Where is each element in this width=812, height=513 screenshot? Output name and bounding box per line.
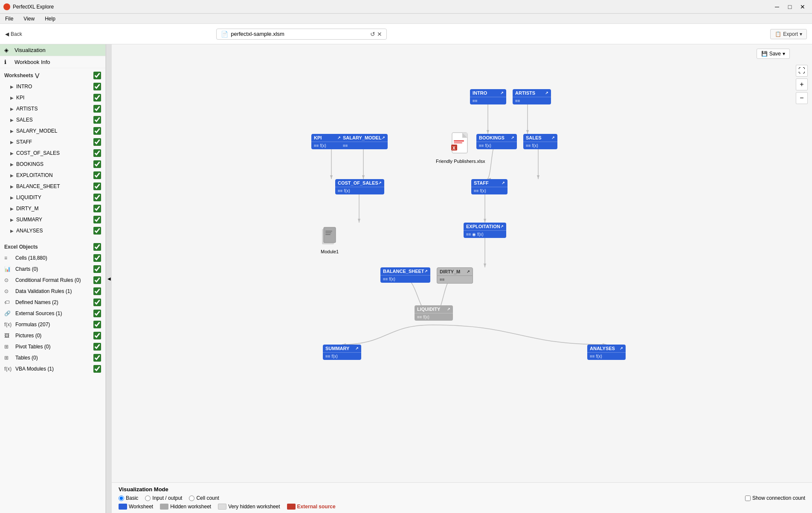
sidebar-collapse-handle[interactable]: ◀: [106, 44, 112, 513]
zoom-in-button[interactable]: +: [796, 78, 808, 90]
sidebar-item-balance_sheet[interactable]: ▶ BALANCE_SHEET: [0, 181, 105, 192]
node-balance-sheet-body: ≡≡ f(x): [380, 275, 430, 283]
svg-rect-14: [325, 232, 331, 233]
node-sales[interactable]: SALES ↗ ≡≡ f(x): [523, 134, 557, 149]
menu-file[interactable]: File: [3, 15, 15, 23]
fullscreen-button[interactable]: ⛶: [796, 65, 808, 77]
sidebar-item-salary_model[interactable]: ▶ SALARY_MODEL: [0, 125, 105, 136]
sidebar-item-kpi[interactable]: ▶ KPI: [0, 92, 105, 103]
obj-checkbox-conditional-format[interactable]: [93, 276, 101, 284]
obj-checkbox-formulas[interactable]: [93, 321, 101, 328]
sidebar-item-tables[interactable]: ⊞ Tables (0): [0, 352, 105, 363]
node-intro[interactable]: INTRO ↗ ≡≡: [470, 89, 506, 104]
sidebar-item-liquidity[interactable]: ▶ LIQUIDITY: [0, 192, 105, 203]
sidebar-item-charts[interactable]: 📊 Charts (0): [0, 264, 105, 275]
obj-checkbox-data-validation[interactable]: [93, 287, 101, 295]
obj-checkbox-tables[interactable]: [93, 354, 101, 362]
obj-checkbox-vba-modules[interactable]: [93, 365, 101, 373]
node-bookings[interactable]: BOOKINGS ↗ ≡≡ f(x): [476, 134, 517, 149]
zoom-out-button[interactable]: −: [796, 92, 808, 104]
menu-help[interactable]: Help: [43, 15, 57, 23]
sidebar-item-vba-modules[interactable]: f(x) VBA Modules (1): [0, 363, 105, 374]
ws-checkbox-SUMMARY[interactable]: [93, 216, 101, 223]
sidebar-item-external-sources[interactable]: 🔗 External Sources (1): [0, 308, 105, 319]
sidebar-item-cells[interactable]: ≡ Cells (18,880): [0, 252, 105, 264]
export-button[interactable]: 📋 Export ▾: [770, 29, 807, 39]
node-dirty-m[interactable]: DIRTY_M ↗ ≡≡: [437, 267, 473, 284]
canvas-area: 💾 Save ▾ ⛶ + − INTRO ↗ ≡≡ ARTISTS: [112, 44, 812, 513]
obj-checkbox-defined-names[interactable]: [93, 299, 101, 306]
sidebar-visualization-label: Visualization: [14, 47, 101, 53]
back-button[interactable]: ◀ Back: [5, 31, 22, 37]
obj-checkbox-charts[interactable]: [93, 265, 101, 273]
close-button[interactable]: ✕: [797, 1, 809, 13]
sidebar-item-workbook-info[interactable]: ℹ Workbook Info: [0, 56, 105, 68]
ws-checkbox-LIQUIDITY[interactable]: [93, 194, 101, 201]
obj-checkbox-cells[interactable]: [93, 254, 101, 262]
sidebar-item-intro[interactable]: ▶ INTRO: [0, 81, 105, 92]
sidebar-item-data-validation[interactable]: ⊙ Data Validation Rules (1): [0, 286, 105, 297]
worksheets-toggle[interactable]: ⋁: [35, 72, 39, 78]
menu-view[interactable]: View: [22, 15, 36, 23]
sidebar-item-analyses[interactable]: ▶ ANALYSES: [0, 225, 105, 236]
node-summary[interactable]: SUMMARY ↗ ≡≡ f(x): [323, 345, 361, 360]
option-basic[interactable]: Basic: [119, 495, 138, 501]
obj-checkbox-external-sources[interactable]: [93, 310, 101, 317]
ws-checkbox-ANALYSES[interactable]: [93, 227, 101, 235]
legend-hidden-worksheet: Hidden worksheet: [160, 504, 211, 510]
sidebar-item-exploitation[interactable]: ▶ EXPLOITATION: [0, 170, 105, 181]
sidebar-item-cost_of_sales[interactable]: ▶ COST_OF_SALES: [0, 148, 105, 159]
ws-checkbox-KPI[interactable]: [93, 94, 101, 101]
node-analyses[interactable]: ANALYSES ↗ ≡≡ f(x): [587, 345, 626, 360]
reload-button[interactable]: ↺: [370, 31, 375, 38]
sidebar-item-dirty_m[interactable]: ▶ DIRTY_M: [0, 203, 105, 214]
sidebar-item-pictures[interactable]: 🖼 Pictures (0): [0, 330, 105, 341]
node-liquidity[interactable]: LIQUIDITY ↗ ≡≡ f(x): [415, 305, 453, 321]
save-button[interactable]: 💾 Save ▾: [757, 49, 790, 59]
maximize-button[interactable]: □: [784, 1, 796, 13]
ws-checkbox-INTRO[interactable]: [93, 83, 101, 90]
node-module1[interactable]: Module1: [321, 226, 339, 254]
node-balance-sheet[interactable]: BALANCE_SHEET ↗ ≡≡ f(x): [380, 267, 430, 283]
option-input-output[interactable]: Input / output: [145, 495, 182, 501]
sidebar-item-formulas[interactable]: f(x) Formulas (207): [0, 319, 105, 330]
minimize-button[interactable]: ─: [771, 1, 783, 13]
node-cost-of-sales[interactable]: COST_OF_SALES ↗ ≡≡ f(x): [335, 179, 384, 194]
clear-button[interactable]: ✕: [377, 31, 382, 38]
show-connection-label[interactable]: Show connection count: [745, 495, 805, 501]
title-bar-controls[interactable]: ─ □ ✕: [771, 1, 809, 13]
sidebar-item-bookings[interactable]: ▶ BOOKINGS: [0, 159, 105, 170]
ws-checkbox-STAFF[interactable]: [93, 138, 101, 146]
node-kpi[interactable]: KPI ↗ ≡≡ f(x): [311, 134, 343, 149]
node-staff[interactable]: STAFF ↗ ≡≡ f(x): [471, 179, 508, 194]
sidebar-item-visualization[interactable]: ◈ Visualization: [0, 44, 105, 56]
sidebar-item-sales[interactable]: ▶ SALES: [0, 114, 105, 125]
excel-objects-all-checkbox[interactable]: [93, 243, 101, 251]
show-connection-checkbox[interactable]: [745, 496, 751, 501]
node-exploitation[interactable]: EXPLOITATION ↗ ≡≡ ◉ f(x): [464, 223, 506, 238]
sidebar-item-defined-names[interactable]: 🏷 Defined Names (2): [0, 297, 105, 308]
ws-checkbox-BALANCE_SHEET[interactable]: [93, 183, 101, 190]
sidebar-item-conditional-format[interactable]: ⊙ Conditional Format Rules (0): [0, 275, 105, 286]
sidebar-item-summary[interactable]: ▶ SUMMARY: [0, 214, 105, 225]
ws-checkbox-COST_OF_SALES[interactable]: [93, 149, 101, 157]
obj-checkbox-pictures[interactable]: [93, 332, 101, 339]
sidebar-item-artists[interactable]: ▶ ARTISTS: [0, 103, 105, 114]
svg-rect-13: [325, 231, 332, 232]
sidebar-item-pivot-tables[interactable]: ⊞ Pivot Tables (0): [0, 341, 105, 352]
worksheets-all-checkbox[interactable]: [93, 72, 101, 79]
obj-checkbox-pivot-tables[interactable]: [93, 343, 101, 351]
sidebar-item-staff[interactable]: ▶ STAFF: [0, 136, 105, 148]
ws-label-INTRO: INTRO: [16, 84, 93, 90]
option-cell-count[interactable]: Cell count: [189, 495, 219, 501]
ws-checkbox-ARTISTS[interactable]: [93, 105, 101, 113]
ws-checkbox-SALARY_MODEL[interactable]: [93, 127, 101, 135]
ws-checkbox-DIRTY_M[interactable]: [93, 205, 101, 212]
node-salary-model[interactable]: SALARY_MODEL ↗ ≡≡: [340, 134, 388, 149]
ws-arrow-icon: ▶: [10, 184, 14, 189]
node-exploitation-body: ≡≡ ◉ f(x): [464, 230, 506, 238]
node-artists[interactable]: ARTISTS ↗ ≡≡: [513, 89, 551, 104]
ws-checkbox-SALES[interactable]: [93, 116, 101, 124]
ws-checkbox-BOOKINGS[interactable]: [93, 160, 101, 168]
ws-checkbox-EXPLOITATION[interactable]: [93, 171, 101, 179]
